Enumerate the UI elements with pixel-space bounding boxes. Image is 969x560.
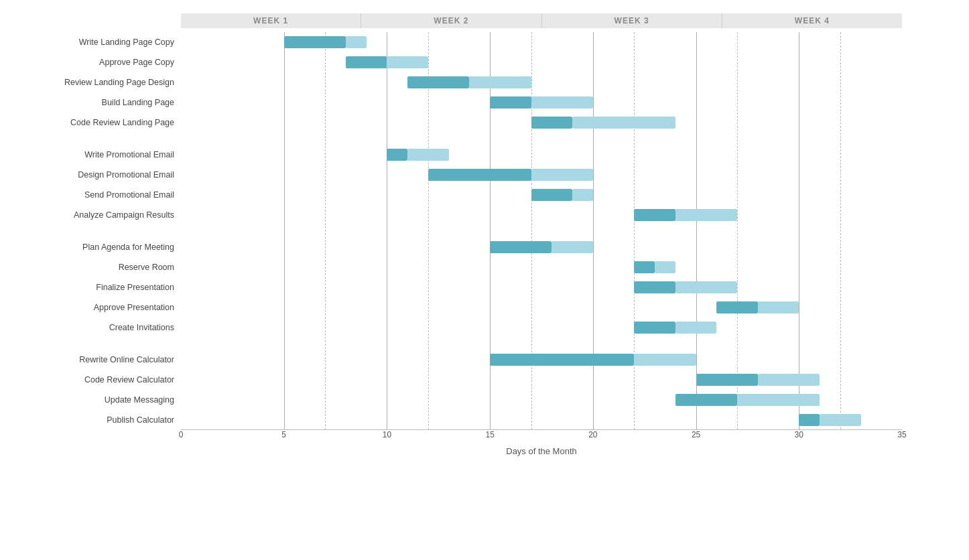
bar-light-13 — [675, 281, 737, 293]
bar-dark-7 — [428, 169, 531, 181]
bar-spacer-16 — [181, 338, 902, 350]
task-label-19: Update Messaging — [7, 390, 181, 410]
bar-row-18 — [181, 370, 902, 390]
bar-row-19 — [181, 390, 902, 410]
bar-light-1 — [387, 56, 428, 68]
task-label-4: Code Review Landing Page — [7, 113, 181, 133]
bar-dark-13 — [634, 281, 675, 293]
bar-light-2 — [469, 76, 531, 88]
week-header-4: WEEK 4 — [722, 13, 902, 28]
bar-light-8 — [572, 189, 593, 201]
x-axis-label: Days of the Month — [181, 446, 902, 456]
x-tick-5: 5 — [281, 430, 286, 439]
bar-row-15 — [181, 318, 902, 338]
bar-row-14 — [181, 297, 902, 318]
task-label-18: Code Review Calculator — [7, 370, 181, 390]
bar-dark-6 — [387, 149, 407, 161]
bar-row-7 — [181, 165, 902, 185]
bar-row-1 — [181, 52, 902, 72]
task-label-9: Analyze Campaign Results — [7, 205, 181, 225]
bar-dark-11 — [490, 241, 552, 253]
task-label-1: Approve Page Copy — [7, 52, 181, 72]
bar-light-14 — [758, 301, 799, 313]
task-label-17: Rewrite Online Calculator — [7, 350, 181, 370]
bar-row-20 — [181, 410, 902, 430]
task-label-6: Write Promotional Email — [7, 145, 181, 165]
bar-dark-4 — [531, 117, 572, 129]
bar-light-6 — [407, 149, 448, 161]
x-tick-0: 0 — [179, 430, 184, 439]
bar-row-8 — [181, 185, 902, 205]
bar-dark-20 — [799, 414, 820, 426]
x-tick-15: 15 — [485, 430, 494, 439]
week-header-2: WEEK 2 — [361, 13, 541, 28]
task-label-11: Plan Agenda for Meeting — [7, 237, 181, 257]
task-label-15: Create Invitations — [7, 318, 181, 338]
bar-dark-17 — [490, 354, 634, 366]
bar-row-9 — [181, 205, 902, 225]
bar-light-7 — [531, 169, 593, 181]
bar-dark-2 — [407, 76, 469, 88]
bar-dark-18 — [696, 374, 758, 386]
bar-row-3 — [181, 92, 902, 113]
x-tick-35: 35 — [897, 430, 906, 439]
bar-row-2 — [181, 72, 902, 92]
bar-dark-1 — [346, 56, 387, 68]
group-spacer-10 — [7, 225, 181, 237]
week-header-3: WEEK 3 — [542, 13, 722, 28]
chart-body: Write Landing Page CopyApprove Page Copy… — [7, 32, 902, 430]
x-tick-20: 20 — [588, 430, 597, 439]
x-tick-25: 25 — [692, 430, 700, 439]
bar-light-3 — [531, 96, 593, 109]
bar-row-0 — [181, 32, 902, 52]
bar-row-4 — [181, 113, 902, 133]
bar-row-13 — [181, 277, 902, 297]
bar-dark-8 — [531, 189, 572, 201]
task-labels: Write Landing Page CopyApprove Page Copy… — [7, 32, 181, 430]
bar-row-17 — [181, 350, 902, 370]
group-spacer-5 — [7, 133, 181, 145]
x-axis: 05101520253035 — [181, 430, 902, 443]
bar-row-12 — [181, 257, 902, 277]
week-headers: WEEK 1WEEK 2WEEK 3WEEK 4 — [181, 13, 902, 28]
task-label-0: Write Landing Page Copy — [7, 32, 181, 52]
task-label-8: Send Promotional Email — [7, 185, 181, 205]
bar-dark-15 — [634, 322, 675, 334]
bar-light-18 — [758, 374, 820, 386]
bar-light-11 — [552, 241, 592, 253]
bar-light-20 — [820, 414, 860, 426]
task-label-12: Reserve Room — [7, 257, 181, 277]
bar-row-11 — [181, 237, 902, 257]
bar-dark-0 — [284, 36, 346, 48]
task-label-20: Publish Calculator — [7, 410, 181, 430]
bar-dark-14 — [716, 301, 757, 313]
bar-dark-9 — [634, 209, 675, 221]
bar-dark-12 — [634, 261, 655, 273]
bar-light-12 — [655, 261, 675, 273]
task-label-14: Approve Presentation — [7, 297, 181, 318]
bar-row-6 — [181, 145, 902, 165]
bar-light-17 — [634, 354, 696, 366]
week-header-1: WEEK 1 — [181, 13, 361, 28]
bar-spacer-10 — [181, 225, 902, 237]
bar-dark-19 — [675, 394, 737, 406]
bar-light-0 — [346, 36, 367, 48]
x-tick-10: 10 — [383, 430, 391, 439]
task-label-2: Review Landing Page Design — [7, 72, 181, 92]
task-label-13: Finalize Presentation — [7, 277, 181, 297]
x-tick-30: 30 — [795, 430, 803, 439]
gantt-area — [181, 32, 902, 430]
bar-dark-3 — [490, 96, 531, 109]
group-spacer-16 — [7, 338, 181, 350]
chart-container: WEEK 1WEEK 2WEEK 3WEEK 4 Write Landing P… — [0, 0, 969, 560]
bar-light-15 — [675, 322, 716, 334]
task-label-7: Design Promotional Email — [7, 165, 181, 185]
bar-light-19 — [737, 394, 820, 406]
bar-light-4 — [572, 117, 675, 129]
task-label-3: Build Landing Page — [7, 92, 181, 113]
bar-light-9 — [675, 209, 737, 221]
bar-spacer-5 — [181, 133, 902, 145]
